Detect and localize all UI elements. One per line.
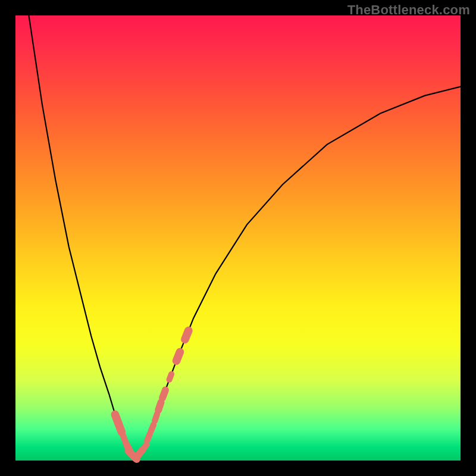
chart-svg: [15, 15, 461, 461]
bead-marker: [170, 374, 172, 380]
curve-right: [136, 87, 461, 459]
watermark-text: TheBottleneck.com: [347, 2, 470, 18]
curve-markers: [115, 331, 189, 459]
bead-marker: [185, 331, 189, 340]
bead-marker: [177, 352, 180, 361]
bead-marker: [147, 434, 149, 441]
bead-marker: [142, 445, 147, 450]
bead-marker: [158, 402, 161, 410]
curve-left: [29, 15, 136, 458]
bead-marker: [151, 425, 154, 431]
chart-frame: [15, 15, 461, 461]
bead-marker: [155, 414, 157, 421]
bead-marker: [162, 390, 165, 398]
